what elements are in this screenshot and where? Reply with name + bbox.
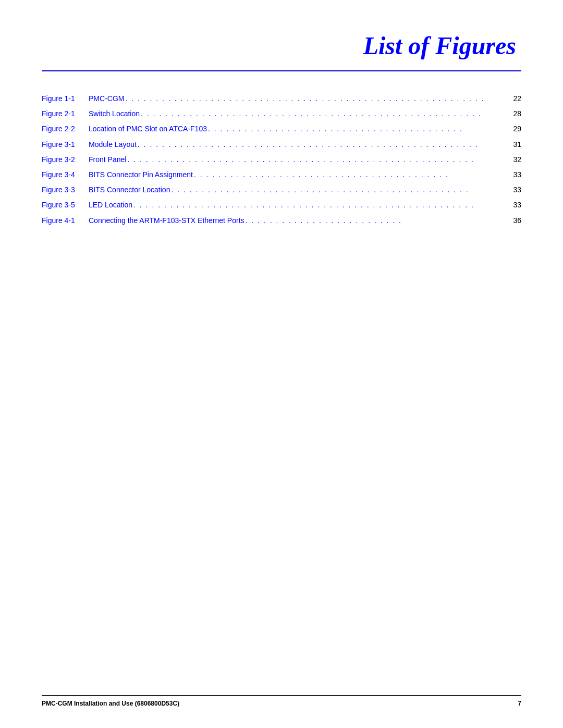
- list-item: Figure 3-3BITS Connector Location . . . …: [42, 183, 521, 196]
- figure-dots: . . . . . . . . . . . . . . . . . . . . …: [133, 199, 510, 212]
- figure-ref: Figure 3-1: [42, 138, 89, 151]
- list-item: Figure 3-2Front Panel . . . . . . . . . …: [42, 153, 521, 166]
- figure-title: Front Panel: [89, 153, 126, 166]
- list-item: Figure 4-1Connecting the ARTM-F103-STX E…: [42, 214, 521, 227]
- figure-ref: Figure 3-2: [42, 153, 89, 166]
- footer: PMC-CGM Installation and Use (6806800D53…: [42, 695, 521, 707]
- list-item: Figure 2-1Switch Location . . . . . . . …: [42, 107, 521, 120]
- figure-ref: Figure 3-5: [42, 199, 89, 212]
- figure-page: 33: [511, 183, 521, 196]
- figure-title: Connecting the ARTM-F103-STX Ethernet Po…: [89, 214, 244, 227]
- footer-left-text: PMC-CGM Installation and Use (6806800D53…: [42, 700, 179, 707]
- figure-dots: . . . . . . . . . . . . . . . . . . . . …: [246, 214, 510, 227]
- list-item: Figure 1-1PMC-CGM . . . . . . . . . . . …: [42, 92, 521, 105]
- figure-dots: . . . . . . . . . . . . . . . . . . . . …: [208, 122, 510, 135]
- figure-page: 22: [511, 92, 521, 105]
- figure-ref: Figure 4-1: [42, 214, 89, 227]
- page-title: List of Figures: [42, 31, 521, 60]
- figure-ref: Figure 1-1: [42, 92, 89, 105]
- figure-ref: Figure 3-4: [42, 168, 89, 181]
- figure-title: Location of PMC Slot on ATCA-F103: [89, 122, 207, 135]
- figures-list: Figure 1-1PMC-CGM . . . . . . . . . . . …: [42, 92, 521, 229]
- list-item: Figure 3-5LED Location . . . . . . . . .…: [42, 199, 521, 212]
- figure-dots: . . . . . . . . . . . . . . . . . . . . …: [127, 153, 510, 166]
- figure-title: BITS Connector Pin Assignment: [89, 168, 193, 181]
- figure-page: 29: [511, 122, 521, 135]
- figure-page: 33: [511, 168, 521, 181]
- list-item: Figure 2-2Location of PMC Slot on ATCA-F…: [42, 122, 521, 135]
- figure-dots: . . . . . . . . . . . . . . . . . . . . …: [138, 138, 510, 151]
- footer-page-number: 7: [518, 700, 521, 707]
- figure-dots: . . . . . . . . . . . . . . . . . . . . …: [141, 107, 510, 120]
- figure-page: 28: [511, 107, 521, 120]
- figure-page: 33: [511, 199, 521, 212]
- title-divider: [42, 70, 521, 71]
- list-item: Figure 3-1Module Layout . . . . . . . . …: [42, 138, 521, 151]
- figure-ref: Figure 3-3: [42, 183, 89, 196]
- figure-ref: Figure 2-2: [42, 122, 89, 135]
- figure-page: 31: [511, 138, 521, 151]
- figure-page: 36: [511, 214, 521, 227]
- figure-title: PMC-CGM: [89, 92, 124, 105]
- figure-dots: . . . . . . . . . . . . . . . . . . . . …: [194, 168, 510, 181]
- figure-title: BITS Connector Location: [89, 183, 170, 196]
- figure-ref: Figure 2-1: [42, 107, 89, 120]
- figure-title: LED Location: [89, 199, 132, 212]
- figure-title: Switch Location: [89, 107, 140, 120]
- figure-dots: . . . . . . . . . . . . . . . . . . . . …: [125, 92, 510, 105]
- list-item: Figure 3-4BITS Connector Pin Assignment …: [42, 168, 521, 181]
- figure-dots: . . . . . . . . . . . . . . . . . . . . …: [171, 183, 510, 196]
- figure-title: Module Layout: [89, 138, 137, 151]
- page-container: List of Figures Figure 1-1PMC-CGM . . . …: [0, 0, 563, 728]
- figure-page: 32: [511, 153, 521, 166]
